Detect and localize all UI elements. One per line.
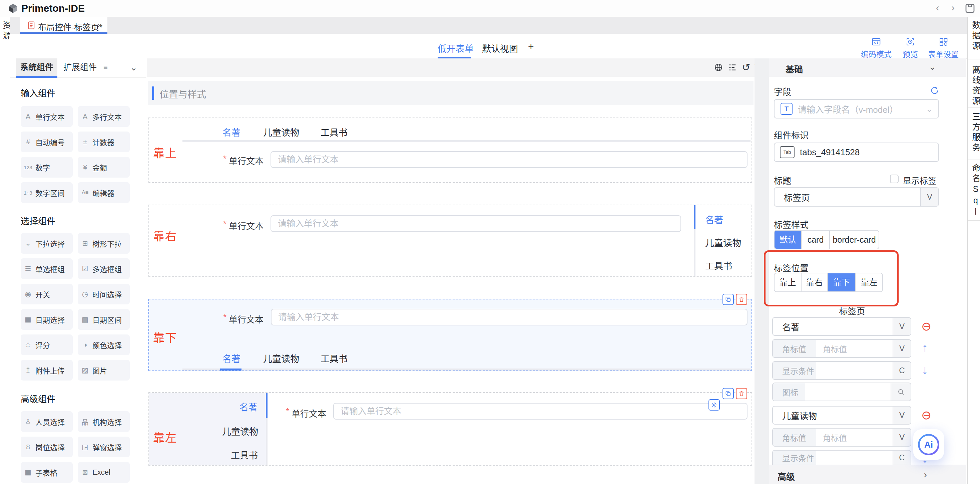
settings-gear-icon[interactable] (708, 399, 720, 411)
document-tab[interactable]: 布局控件-标签页* × (20, 17, 107, 34)
refresh-icon[interactable] (930, 86, 939, 95)
variable-suffix[interactable]: V (892, 318, 911, 335)
tab-default-view[interactable]: 默认视图 (482, 42, 518, 55)
component-item[interactable]: ↥附件上传 (21, 360, 73, 380)
text-input[interactable]: 请输入单行文本 (271, 309, 748, 326)
canvas-tab-gongjushu[interactable]: 工具书 (231, 448, 258, 461)
component-id-input[interactable]: Tab tabs_49141528 (774, 142, 939, 162)
tab-item-name-input[interactable]: 名著 V (772, 317, 911, 336)
advanced-section-header[interactable]: 高级 › (769, 465, 966, 484)
component-item[interactable]: 1~3数字区间 (21, 182, 73, 203)
condition-suffix[interactable]: C (892, 362, 911, 379)
component-item[interactable]: ▨图片 (78, 360, 130, 380)
right-rail-item-offline-resources[interactable]: 离线资源 (970, 65, 980, 107)
tab-style-border-card[interactable]: border-card (829, 231, 878, 249)
right-rail-item-datasource[interactable]: 数据源 (970, 21, 980, 52)
component-item[interactable]: ☆评分 (21, 334, 73, 355)
tab-lowcode-form[interactable]: 低开表单 (438, 42, 474, 55)
component-item[interactable]: ⌄下拉选择 (21, 233, 73, 254)
component-item[interactable]: ▦子表格 (21, 462, 73, 482)
component-item[interactable]: ◉开关 (21, 284, 73, 304)
canvas-tab-ertong[interactable]: 儿童读物 (222, 425, 258, 438)
variable-suffix[interactable]: V (892, 340, 911, 357)
ai-assistant-button[interactable]: Ai (918, 434, 939, 455)
search-icon[interactable] (891, 383, 911, 401)
save-icon[interactable] (964, 2, 976, 14)
right-rail-item-third-party-services[interactable]: 三方服务 (970, 112, 980, 153)
tab-position-right[interactable]: 靠右 (801, 273, 827, 291)
close-icon[interactable]: × (97, 20, 102, 31)
tab-style-default[interactable]: 默认 (775, 231, 801, 249)
chevron-down-icon[interactable]: ⌄ (929, 61, 936, 72)
tab-item-icon-input[interactable]: 图标 (772, 383, 911, 401)
condition-suffix[interactable]: C (892, 450, 911, 465)
text-input[interactable]: 请输入单行文本 (270, 215, 681, 232)
component-item[interactable]: ±计数器 (78, 131, 130, 152)
nav-forward-icon[interactable]: › (951, 2, 955, 13)
component-item[interactable]: ⊠Excel (78, 462, 130, 482)
tab-item-condition-input[interactable]: 显示条件 C (772, 361, 911, 380)
add-view-tab-button[interactable]: + (528, 41, 534, 53)
component-item[interactable]: ♙人员选择 (21, 411, 73, 432)
move-down-icon[interactable]: ↓ (922, 364, 928, 376)
component-item[interactable]: ◲弹窗选择 (78, 437, 130, 457)
canvas-tab-ertong[interactable]: 儿童读物 (263, 126, 299, 139)
i18n-globe-icon[interactable] (714, 63, 723, 72)
canvas-tab-mingzhu[interactable]: 名著 (223, 126, 240, 139)
component-item[interactable]: ☑多选框组 (78, 258, 130, 279)
delete-widget-icon[interactable] (736, 294, 747, 305)
title-input[interactable]: 标签页 V (774, 187, 939, 207)
copy-widget-icon[interactable] (722, 294, 734, 305)
tabs-widget-position-top[interactable]: 靠上 名著 儿童读物 工具书 * 单行文本 请输入单行文本 (148, 118, 752, 183)
tab-position-bottom[interactable]: 靠下 (827, 273, 855, 291)
form-settings-button[interactable]: 表单设置 (922, 37, 965, 59)
tab-item-name-input[interactable]: 儿童读物 V (772, 406, 911, 425)
variable-suffix[interactable]: V (892, 407, 911, 424)
canvas-tab-mingzhu[interactable]: 名著 (240, 400, 258, 413)
nav-back-icon[interactable]: ‹ (936, 2, 939, 13)
tab-system-components[interactable]: 系统组件 (16, 58, 57, 78)
canvas-tab-gongjushu[interactable]: 工具书 (705, 259, 732, 272)
copy-widget-icon[interactable] (722, 388, 734, 399)
variable-suffix[interactable]: V (920, 188, 938, 206)
component-item[interactable]: 品机构选择 (78, 411, 130, 432)
canvas-tab-mingzhu[interactable]: 名著 (223, 352, 240, 365)
component-item[interactable]: ¥金额 (78, 157, 130, 177)
component-item[interactable]: A多行文本 (78, 106, 130, 127)
outline-tree-icon[interactable] (728, 63, 737, 72)
field-select[interactable]: T 请输入字段名（v-model） ⌄ (774, 99, 939, 118)
component-item[interactable]: ☰单选框组 (21, 258, 73, 279)
right-rail-item-named-sql[interactable]: 命名Sql (970, 164, 980, 218)
component-item[interactable]: ⊞树形下拉 (78, 233, 130, 254)
delete-widget-icon[interactable] (736, 388, 747, 399)
tab-item-badge-input[interactable]: 角标值 角标值 V (772, 428, 911, 447)
tab-position-left[interactable]: 靠左 (855, 273, 882, 291)
tab-position-top[interactable]: 靠上 (775, 273, 801, 291)
component-item[interactable]: A单行文本 (21, 106, 73, 127)
canvas-tab-gongjushu[interactable]: 工具书 (321, 126, 348, 139)
canvas-tab-ertong[interactable]: 儿童读物 (705, 236, 741, 249)
tab-item-badge-input[interactable]: 角标值 角标值 V (772, 339, 911, 358)
component-item[interactable]: ▦日期选择 (21, 309, 73, 330)
undo-icon[interactable]: ↺ (742, 62, 750, 73)
tab-item-condition-input[interactable]: 显示条件 C (772, 450, 911, 465)
tabs-widget-position-right[interactable]: 靠右 * 单行文本 请输入单行文本 名著 儿童读物 工具书 (148, 204, 752, 277)
tabs-widget-position-bottom-selected[interactable]: * 单行文本 请输入单行文本 靠下 名著 儿童读物 工具书 (148, 299, 752, 371)
chevron-down-icon[interactable]: ⌄ (130, 62, 137, 73)
component-item[interactable]: #自动编号 (21, 131, 73, 152)
text-input[interactable]: 请输入单行文本 (333, 403, 748, 420)
component-item[interactable]: ◑颜色选择 (78, 334, 130, 355)
text-input[interactable]: 请输入单行文本 (270, 151, 748, 168)
component-item[interactable]: A≡编辑器 (78, 182, 130, 203)
inspector-header[interactable]: 基础 ⌄ (769, 58, 966, 77)
remove-tab-item-icon[interactable]: ⊖ (921, 320, 931, 332)
component-item[interactable]: 8岗位选择 (21, 437, 73, 457)
tabs-widget-position-left[interactable]: 名著 儿童读物 工具书 靠左 * 单行文本 请输入单行文本 (148, 392, 752, 466)
canvas-tab-mingzhu[interactable]: 名著 (705, 213, 723, 226)
canvas-tab-ertong[interactable]: 儿童读物 (263, 352, 299, 365)
show-label-checkbox[interactable] (890, 174, 899, 183)
variable-suffix[interactable]: V (892, 428, 911, 446)
component-item[interactable]: 123数字 (21, 157, 73, 177)
tab-style-card[interactable]: card (801, 231, 829, 249)
sort-list-icon[interactable]: ≡ (103, 63, 108, 72)
